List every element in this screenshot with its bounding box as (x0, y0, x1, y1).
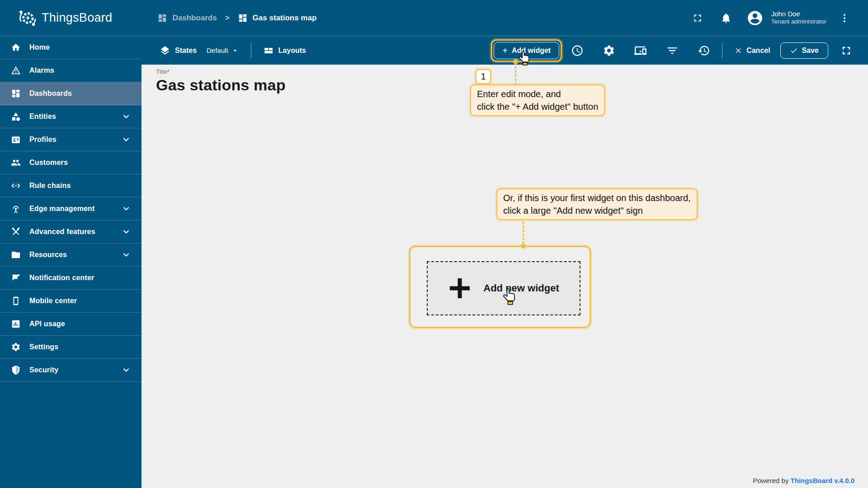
sidebar-item-customers[interactable]: Customers (0, 151, 142, 174)
close-icon (734, 47, 742, 55)
add-widget-highlight-ring: + Add widget (491, 39, 562, 62)
breadcrumb-separator: > (225, 14, 230, 23)
sidebar-item-settings[interactable]: Settings (0, 336, 142, 359)
dashboards-icon (238, 13, 248, 23)
title-block: Title* Gas stations map (142, 65, 868, 94)
user-role: Tenant administrator (771, 18, 826, 26)
check-icon (790, 47, 798, 55)
thingsboard-app: ThingsBoard Dashboards > Gas stations ma… (0, 0, 868, 488)
state-select[interactable]: Default (207, 47, 239, 55)
time-window-icon[interactable] (571, 44, 584, 57)
sidebar-item-home[interactable]: Home (0, 36, 142, 59)
toolbar-divider (251, 43, 251, 58)
profiles-icon (11, 135, 21, 145)
footer: Powered by ThingsBoard v.4.0.0 (753, 477, 854, 484)
chevron-down-icon (122, 112, 131, 121)
chevron-down-icon (122, 366, 131, 375)
chevron-down-icon (122, 250, 131, 259)
sidebar-item-edge-management[interactable]: Edge management (0, 197, 142, 221)
sidebar-item-dashboards[interactable]: Dashboards (0, 82, 142, 105)
toolbar-fullscreen-icon[interactable] (840, 44, 853, 57)
avatar[interactable] (746, 9, 764, 27)
edge-management-icon (11, 204, 21, 214)
user-info[interactable]: John Doe Tenant administrator (771, 10, 826, 26)
customers-icon (11, 158, 21, 168)
header-right: John Doe Tenant administrator (692, 9, 850, 27)
mobile-center-icon (11, 296, 21, 306)
breadcrumb-dashboards[interactable]: Dashboards (157, 13, 217, 23)
dashboard-settings-gear-icon[interactable] (603, 44, 615, 57)
sidebar-item-alarms[interactable]: Alarms (0, 59, 142, 82)
security-icon (11, 365, 21, 375)
version-link[interactable]: ThingsBoard v.4.0.0 (791, 477, 854, 484)
advanced-features-icon (11, 227, 21, 237)
chevron-down-icon (122, 135, 131, 144)
sidebar-item-advanced-features[interactable]: Advanced features (0, 221, 142, 244)
layouts-label: Layouts (278, 47, 306, 55)
breadcrumb-current-dashboard[interactable]: Gas stations map (238, 13, 317, 23)
resources-icon (11, 250, 21, 260)
states-label: States (175, 47, 197, 55)
cancel-button[interactable]: Cancel (734, 47, 770, 55)
notification-center-icon (11, 273, 21, 283)
sidebar-item-profiles[interactable]: Profiles (0, 128, 142, 151)
toolbar-right: + Add widget Cancel Save (491, 39, 853, 62)
layouts-icon (263, 45, 274, 56)
sidebar-item-notification-center[interactable]: Notification center (0, 267, 142, 290)
dashboard-toolbar: States Default Layouts + Add widget (142, 36, 868, 65)
layouts-button[interactable]: Layouts (263, 45, 306, 56)
thingsboard-logo-icon (17, 8, 37, 28)
add-new-widget-sign[interactable]: Add new widget (427, 261, 580, 315)
top-header: ThingsBoard Dashboards > Gas stations ma… (0, 0, 868, 36)
layers-icon (160, 45, 170, 56)
sidebar-item-rule-chains[interactable]: Rule chains (0, 174, 142, 197)
settings-icon (11, 342, 21, 352)
chevron-down-icon (122, 204, 131, 213)
fullscreen-icon[interactable] (692, 12, 703, 24)
add-widget-button[interactable]: + Add widget (494, 42, 559, 59)
page-title[interactable]: Gas stations map (156, 76, 868, 94)
notifications-bell-icon[interactable] (720, 12, 732, 24)
states-control: States Default (160, 45, 239, 56)
filters-icon[interactable] (666, 44, 679, 57)
toolbar-divider (722, 43, 722, 58)
entities-icon (11, 112, 21, 122)
entity-aliases-icon[interactable] (634, 44, 647, 57)
add-new-widget-label: Add new widget (483, 282, 559, 294)
caret-down-icon (231, 47, 239, 55)
dashboards-icon (157, 13, 167, 23)
sidebar-item-api-usage[interactable]: API usage (0, 313, 142, 336)
alarms-icon (11, 66, 21, 75)
user-name: John Doe (771, 10, 826, 19)
sidebar-item-entities[interactable]: Entities (0, 105, 142, 128)
sidebar-item-resources[interactable]: Resources (0, 244, 142, 267)
plus-icon: + (502, 46, 508, 55)
sidebar-nav: Home Alarms Dashboards Entities Profiles… (0, 36, 142, 488)
add-new-widget-highlight-ring: Add new widget (409, 246, 591, 328)
chevron-down-icon (122, 227, 131, 236)
sidebar-item-security[interactable]: Security (0, 359, 142, 382)
dashboards-icon (11, 89, 21, 99)
plus-icon (448, 277, 472, 300)
version-history-icon[interactable] (698, 44, 710, 57)
api-usage-icon (11, 319, 21, 329)
app-name: ThingsBoard (42, 11, 112, 25)
save-button[interactable]: Save (780, 42, 828, 59)
thingsboard-logo[interactable]: ThingsBoard (17, 8, 112, 28)
sidebar-item-mobile-center[interactable]: Mobile center (0, 290, 142, 313)
more-vert-icon[interactable] (839, 13, 850, 23)
powered-by-text: Powered by (753, 477, 788, 484)
home-icon (11, 42, 21, 52)
title-field-label: Title* (156, 68, 868, 75)
rule-chains-icon (11, 181, 21, 191)
breadcrumb: Dashboards > Gas stations map (157, 13, 316, 23)
